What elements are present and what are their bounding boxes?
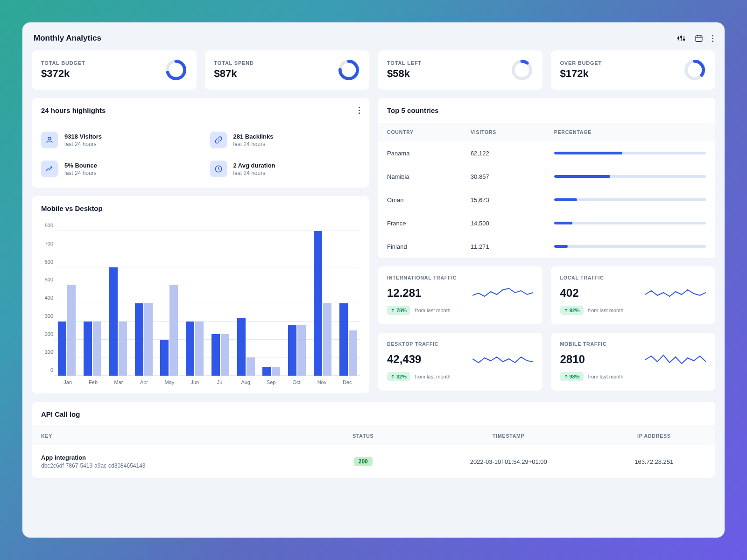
- highlight-item: 281 Backlinks last 24 hours: [210, 132, 360, 148]
- kpi-over-budget: OVER BUDGET $172k: [551, 50, 716, 90]
- col-header: IP ADDRESS: [602, 433, 706, 439]
- x-tick: Jan: [55, 379, 80, 385]
- country-name: Panama: [387, 150, 471, 157]
- more-icon[interactable]: [359, 107, 360, 114]
- traffic-value: 402: [560, 287, 579, 300]
- col-header: KEY: [41, 433, 311, 439]
- traffic-card: INTERNATIONAL TRAFFIC 12.281 78% from la…: [378, 266, 543, 324]
- country-visitors: 62,122: [471, 150, 554, 157]
- highlight-item: 2 Avg duration last 24 hours: [210, 161, 360, 177]
- traffic-label: DESKTOP TRAFFIC: [387, 341, 533, 347]
- donut-icon: [338, 59, 360, 81]
- traffic-value: 12.281: [387, 287, 421, 300]
- kpi-label: TOTAL SPEND: [214, 60, 254, 66]
- y-tick: 400: [39, 295, 53, 301]
- countries-header: COUNTRY VISITORS PERCENTAGE: [378, 123, 715, 141]
- col-header: VISITORS: [471, 129, 554, 135]
- api-ip: 163.72.28.251: [602, 458, 706, 465]
- country-name: Namibia: [387, 173, 471, 180]
- bar-mobile: [186, 322, 194, 376]
- x-tick: Jul: [208, 379, 233, 385]
- card-title: API Call log: [32, 402, 715, 427]
- kpi-value: $172k: [560, 68, 602, 80]
- traffic-label: INTERNATIONAL TRAFFIC: [387, 275, 533, 280]
- bar-mobile: [288, 325, 296, 376]
- bar-mobile: [84, 322, 92, 376]
- percentage-bar: [554, 198, 706, 201]
- country-name: Oman: [387, 196, 471, 203]
- bar-mobile: [109, 267, 118, 376]
- highlights-card: 24 hours highlights 9318 Visitors last 2…: [32, 98, 369, 188]
- highlight-title: 2 Avg duration: [233, 162, 275, 169]
- bar-desktop: [323, 303, 331, 376]
- calendar-icon[interactable]: [694, 34, 704, 43]
- highlight-sub: last 24 hours: [233, 141, 274, 147]
- bar-desktop: [119, 322, 127, 376]
- mobile-vs-desktop-card: Mobile vs Desktop 0100200300400500600700…: [32, 196, 369, 393]
- bar-mobile: [211, 334, 220, 376]
- bar-desktop: [93, 322, 101, 376]
- country-visitors: 14,500: [471, 220, 554, 227]
- highlight-title: 9318 Visitors: [64, 133, 102, 140]
- kpi-value: $87k: [214, 68, 254, 80]
- x-tick: Apr: [131, 379, 156, 385]
- bar-desktop: [297, 325, 306, 376]
- bar-group: [184, 231, 206, 376]
- card-title: Mobile vs Desktop: [41, 204, 103, 212]
- highlight-sub: last 24 hours: [233, 170, 275, 176]
- bar-desktop: [272, 367, 280, 376]
- kpi-row: TOTAL BUDGET $372k TOTAL SPEND $87k TOTA…: [32, 50, 715, 90]
- bar-desktop: [349, 330, 357, 376]
- bar-group: [210, 231, 232, 376]
- highlight-item: 9318 Visitors last 24 hours: [41, 132, 191, 148]
- sliders-icon[interactable]: [677, 34, 686, 43]
- country-row: Finland 11,271: [378, 235, 715, 258]
- y-tick: 700: [39, 241, 53, 246]
- country-visitors: 15,673: [471, 196, 554, 203]
- svg-rect-0: [696, 36, 702, 42]
- delta-pill: 78%: [387, 306, 410, 315]
- delta-pill: 98%: [560, 372, 584, 381]
- x-tick: Dec: [335, 379, 360, 385]
- percentage-bar: [554, 175, 706, 178]
- x-tick: Sep: [258, 379, 283, 385]
- page-title: Monthly Analytics: [34, 34, 101, 43]
- y-tick: 800: [39, 223, 53, 228]
- user-icon: [41, 132, 58, 148]
- bar-desktop: [221, 334, 229, 376]
- y-tick: 300: [39, 313, 53, 319]
- highlight-title: 5% Bounce: [64, 162, 97, 169]
- country-row: Panama 62,122: [378, 141, 715, 165]
- x-tick: Nov: [309, 379, 334, 385]
- col-header: TIMESTAMP: [415, 433, 602, 439]
- bar-group: [158, 231, 180, 376]
- bar-group: [312, 231, 334, 376]
- bar-group: [286, 231, 308, 376]
- api-header: KEY STATUS TIMESTAMP IP ADDRESS: [32, 427, 715, 445]
- highlight-sub: last 24 hours: [64, 170, 97, 176]
- country-visitors: 30,857: [471, 173, 554, 180]
- x-tick: Oct: [284, 379, 309, 385]
- traffic-label: LOCAL TRAFFIC: [560, 275, 706, 280]
- countries-card: Top 5 countries COUNTRY VISITORS PERCENT…: [378, 98, 715, 258]
- app-header: Monthly Analytics: [32, 32, 715, 50]
- highlight-item: 5% Bounce last 24 hours: [41, 161, 191, 177]
- bar-desktop: [195, 322, 204, 376]
- api-key-hash: dbc2c6df-7867-5413-a9ac-cd3084654143: [41, 462, 311, 469]
- bar-desktop: [144, 303, 153, 376]
- donut-icon: [684, 59, 706, 81]
- app-shell: Monthly Analytics TOTAL BUDGET $372k TOT…: [22, 22, 725, 538]
- kpi-value: $372k: [41, 68, 85, 80]
- traffic-value: 2810: [560, 353, 585, 366]
- trend-icon: [41, 161, 58, 177]
- link-icon: [210, 132, 227, 148]
- more-icon[interactable]: [712, 35, 713, 42]
- from-text: from last month: [588, 374, 624, 379]
- country-name: France: [387, 220, 471, 227]
- bar-mobile: [262, 367, 271, 376]
- api-timestamp: 2022-03-10T01:54:29+01:00: [415, 458, 602, 465]
- highlight-title: 281 Backlinks: [233, 133, 274, 140]
- from-text: from last month: [415, 308, 451, 313]
- x-tick: May: [157, 379, 182, 385]
- status-badge: 200: [354, 457, 373, 466]
